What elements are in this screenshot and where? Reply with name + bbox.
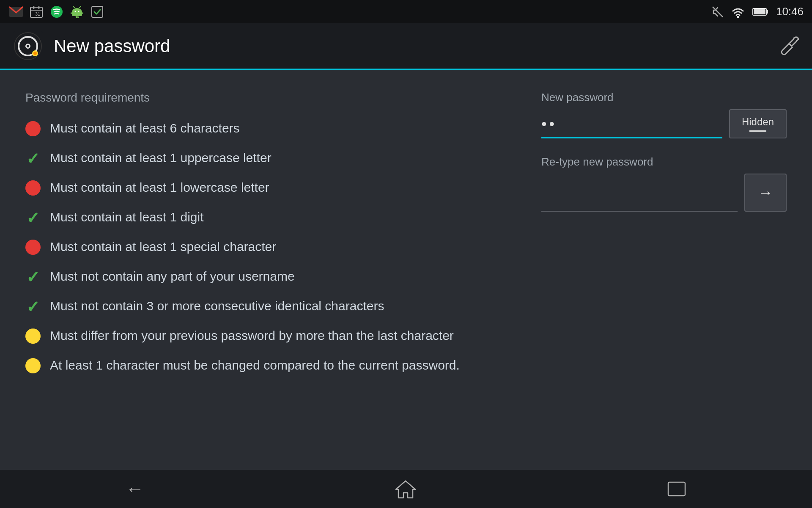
req-text-9: At least 1 character must be changed com…: [50, 356, 460, 374]
requirements-title: Password requirements: [25, 91, 516, 105]
svg-line-30: [789, 44, 792, 46]
req-icon-2: ✓: [25, 151, 41, 166]
new-password-label: New password: [541, 91, 787, 104]
req-text-3: Must contain at least 1 lowercase letter: [50, 179, 269, 196]
retype-password-label: Re-type new password: [541, 155, 787, 168]
spotify-icon: [49, 4, 64, 19]
calendar-icon: 31: [29, 4, 44, 19]
back-icon: ←: [126, 478, 144, 500]
hidden-button-underline: [749, 130, 766, 132]
requirement-item-9: At least 1 character must be changed com…: [25, 356, 516, 374]
nav-bar: ←: [0, 470, 812, 508]
req-text-1: Must contain at least 6 characters: [50, 119, 240, 137]
hidden-button-label: Hidden: [742, 116, 774, 128]
page-title: New password: [54, 36, 170, 56]
requirement-item-3: Must contain at least 1 lowercase letter: [25, 179, 516, 196]
status-bar: 31: [0, 0, 812, 23]
requirement-item-5: Must contain at least 1 special characte…: [25, 238, 516, 256]
wrench-icon: [777, 34, 799, 56]
app-bar-left: New password: [13, 31, 170, 61]
svg-rect-8: [72, 12, 82, 16]
retype-password-input-wrap: [541, 185, 738, 212]
requirement-item-7: ✓ Must not contain 3 or more consecutive…: [25, 297, 516, 315]
retype-password-row: →: [541, 174, 787, 212]
svg-rect-21: [766, 10, 768, 14]
svg-line-11: [73, 6, 74, 8]
new-password-input-wrap: [541, 111, 722, 138]
svg-point-27: [27, 45, 29, 47]
svg-marker-31: [396, 481, 415, 498]
requirement-item-4: ✓ Must contain at least 1 digit: [25, 208, 516, 226]
left-panel: Password requirements Must contain at le…: [25, 91, 516, 457]
req-icon-6: ✓: [25, 269, 41, 284]
app-logo: [13, 31, 43, 61]
req-text-2: Must contain at least 1 uppercase letter: [50, 149, 272, 167]
req-icon-7: ✓: [25, 299, 41, 314]
svg-rect-17: [92, 6, 103, 17]
time-display: 10:46: [776, 5, 804, 18]
hidden-toggle-button[interactable]: Hidden: [729, 109, 787, 138]
battery-icon: [752, 7, 768, 17]
tasks-icon: [90, 4, 105, 19]
svg-rect-16: [77, 17, 79, 18]
req-icon-4: ✓: [25, 210, 41, 225]
req-text-8: Must differ from your previous password …: [50, 327, 454, 345]
svg-rect-15: [76, 17, 77, 18]
gmail-icon: [8, 4, 24, 19]
android-icon: [69, 4, 85, 19]
req-icon-5: [25, 240, 41, 255]
req-text-4: Must contain at least 1 digit: [50, 208, 204, 226]
svg-point-19: [737, 16, 739, 18]
home-icon: [395, 479, 416, 499]
submit-button[interactable]: →: [744, 174, 787, 212]
req-text-6: Must not contain any part of your userna…: [50, 268, 295, 285]
home-button[interactable]: [370, 475, 442, 503]
req-text-5: Must contain at least 1 special characte…: [50, 238, 276, 256]
checkmark-7: ✓: [26, 299, 40, 315]
svg-line-12: [80, 6, 81, 8]
requirement-item-1: Must contain at least 6 characters: [25, 119, 516, 137]
req-icon-9: [25, 358, 41, 373]
req-icon-8: [25, 329, 41, 344]
svg-point-10: [78, 11, 80, 12]
status-icons: 31: [8, 4, 105, 19]
svg-point-9: [75, 11, 76, 12]
svg-point-29: [33, 52, 37, 55]
back-button[interactable]: ←: [100, 474, 170, 504]
requirement-item-6: ✓ Must not contain any part of your user…: [25, 268, 516, 285]
right-panel: New password Hidden Re-type new password…: [541, 91, 787, 457]
status-right: 10:46: [712, 5, 804, 18]
retype-password-input[interactable]: [541, 185, 738, 212]
requirement-item-8: Must differ from your previous password …: [25, 327, 516, 345]
recents-button[interactable]: [642, 476, 712, 502]
svg-rect-22: [754, 9, 765, 14]
checkmark-2: ✓: [26, 151, 40, 167]
recents-icon: [667, 480, 686, 498]
svg-point-6: [51, 6, 63, 18]
requirement-item-2: ✓ Must contain at least 1 uppercase lett…: [25, 149, 516, 167]
checkmark-4: ✓: [26, 210, 40, 226]
req-text-7: Must not contain 3 or more consecutive i…: [50, 297, 384, 315]
req-icon-3: [25, 180, 41, 196]
checkmark-6: ✓: [26, 269, 40, 285]
mute-icon: [712, 6, 724, 18]
req-icon-1: [25, 121, 41, 136]
submit-arrow-icon: →: [758, 184, 773, 202]
svg-text:31: 31: [35, 11, 40, 17]
settings-button[interactable]: [777, 34, 799, 58]
new-password-row: Hidden: [541, 109, 787, 138]
new-password-input[interactable]: [541, 111, 722, 138]
svg-rect-32: [668, 482, 685, 496]
app-bar: New password: [0, 23, 812, 70]
wifi-icon: [731, 6, 745, 18]
main-content: Password requirements Must contain at le…: [0, 70, 812, 470]
logo-svg: [13, 31, 43, 61]
